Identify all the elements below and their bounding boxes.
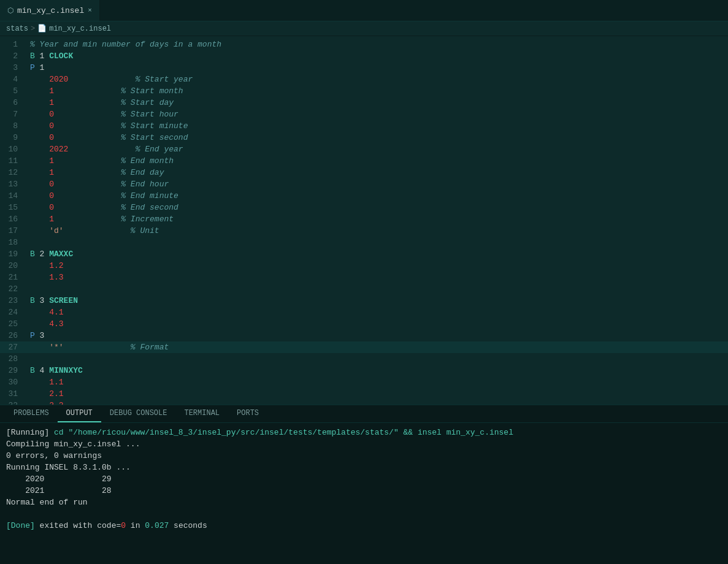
editor-line-5: 5 1 % Start month: [0, 85, 728, 97]
line-number: 26: [0, 330, 28, 341]
plain-token: [30, 191, 49, 200]
line-number: 25: [0, 318, 28, 330]
block-name-token: MINNXYC: [49, 366, 83, 375]
panel-tab-debug-console[interactable]: DEBUG CONSOLE: [101, 405, 176, 422]
comment-token: % End year: [136, 145, 183, 154]
number-token: 0: [49, 180, 54, 189]
editor-line-25: 25 4.3: [0, 318, 728, 330]
editor-line-4: 4 2020 % Start year: [0, 74, 728, 85]
number-token: 0: [49, 121, 54, 131]
output-line: [Running] cd "/home/ricou/www/insel_8_3/…: [6, 427, 722, 438]
breadcrumb-separator: >: [31, 25, 35, 33]
plain-token: [30, 273, 49, 282]
number-token: 2020: [49, 75, 68, 84]
line-number: 6: [0, 97, 28, 109]
line-number: 8: [0, 120, 28, 132]
number-token: 1: [49, 156, 54, 166]
plain-token: [54, 98, 121, 107]
line-number: 27: [0, 341, 28, 353]
editor-line-30: 30 1.1: [0, 376, 728, 388]
comment-token: % Start minute: [121, 121, 188, 131]
line-number: 2: [0, 50, 28, 62]
line-content: '*' % Format: [28, 341, 728, 353]
panel-tab-problems[interactable]: PROBLEMS: [5, 405, 58, 422]
line-content: 1 % End day: [28, 167, 728, 178]
comment-token: % Start day: [121, 98, 174, 107]
plain-token: [68, 75, 135, 84]
plain-token: 3: [35, 331, 45, 340]
output-line: [6, 508, 722, 520]
comment-token: % Year and min number of days in a month: [30, 40, 221, 49]
editor-line-1: 1% Year and min number of days in a mont…: [0, 39, 728, 50]
tab-close-button[interactable]: ×: [88, 7, 92, 14]
plain-token: [30, 75, 49, 84]
plain-token: [30, 226, 49, 235]
panel-tab-output[interactable]: OUTPUT: [58, 405, 101, 422]
comment-token: % Start year: [136, 75, 193, 84]
line-content: 1 % Increment: [28, 213, 728, 225]
editor-line-14: 14 0 % End minute: [0, 190, 728, 202]
plain-token: [64, 343, 131, 352]
output-seconds-text: seconds: [169, 521, 207, 530]
number-token: 2022: [49, 145, 68, 154]
line-number: 14: [0, 190, 28, 202]
line-content: 0 % End hour: [28, 178, 728, 190]
tab-min-xy-c[interactable]: ⬡ min_xy_c.insel ×: [0, 0, 100, 21]
line-content: 1.3: [28, 272, 728, 283]
line-number: 5: [0, 85, 28, 97]
line-content: 0 % Start minute: [28, 120, 728, 132]
breadcrumb-folder[interactable]: stats: [6, 25, 28, 33]
editor-line-22: 22: [0, 283, 728, 295]
breadcrumb-file: min_xy_c.insel: [49, 25, 111, 33]
plain-token: [30, 86, 49, 96]
line-content: B 2 MAXXC: [28, 248, 728, 260]
panel-tab-ports[interactable]: PORTS: [228, 405, 267, 422]
editor-line-31: 31 2.1: [0, 388, 728, 400]
block-name-token: SCREEN: [49, 296, 78, 305]
line-number: 29: [0, 365, 28, 376]
line-content: 0 % End second: [28, 202, 728, 213]
output-in-text: in: [126, 521, 145, 530]
line-number: 11: [0, 155, 28, 167]
plain-token: [54, 121, 121, 131]
comment-token: % End day: [121, 168, 164, 177]
line-number: 28: [0, 353, 28, 365]
comment-token: % Start hour: [121, 110, 178, 119]
line-number: 13: [0, 178, 28, 190]
editor-line-12: 12 1 % End day: [0, 167, 728, 178]
plain-token: 1: [35, 63, 45, 72]
line-content: B 4 MINNXYC: [28, 365, 728, 376]
line-number: 16: [0, 213, 28, 225]
editor-line-29: 29B 4 MINNXYC: [0, 365, 728, 376]
number-token: 1: [49, 98, 54, 107]
output-line: [Done] exited with code=0 in 0.027 secon…: [6, 520, 722, 532]
number-token: 0: [49, 203, 54, 212]
panel-tabs: PROBLEMSOUTPUTDEBUG CONSOLETERMINALPORTS: [0, 405, 728, 423]
plain-token: [30, 121, 49, 131]
number-token: 1.1: [49, 378, 63, 387]
line-number: 17: [0, 225, 28, 237]
plain-token: [30, 110, 49, 119]
editor[interactable]: 1% Year and min number of days in a mont…: [0, 36, 728, 405]
plain-token: [54, 191, 121, 200]
keyword-b-token: B: [30, 296, 35, 305]
line-number: 9: [0, 132, 28, 143]
output-code-label: code=: [97, 521, 121, 530]
plain-token: [64, 226, 131, 235]
number-token: 1.2: [49, 261, 63, 270]
number-token: 4.1: [49, 308, 63, 317]
editor-line-17: 17 'd' % Unit: [0, 225, 728, 237]
editor-line-8: 8 0 % Start minute: [0, 120, 728, 132]
file-icon: ⬡: [7, 6, 13, 15]
line-content: 1 % End month: [28, 155, 728, 167]
editor-line-2: 2B 1 CLOCK: [0, 50, 728, 62]
editor-line-28: 28: [0, 353, 728, 365]
number-token: 0: [49, 110, 54, 119]
plain-token: [30, 180, 49, 189]
panel-tab-terminal[interactable]: TERMINAL: [175, 405, 228, 422]
line-number: 31: [0, 388, 28, 400]
tab-bar: ⬡ min_xy_c.insel ×: [0, 0, 728, 21]
editor-line-32: 32 2.2: [0, 400, 728, 405]
line-number: 4: [0, 74, 28, 85]
line-content: 2.2: [28, 400, 728, 405]
